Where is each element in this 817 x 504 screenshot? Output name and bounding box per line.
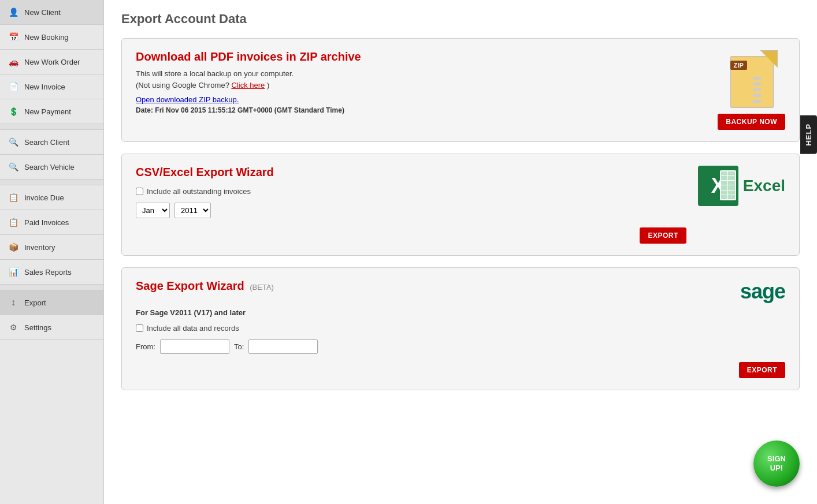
- sidebar-label-new-client: New Client: [24, 8, 61, 17]
- sidebar-label-new-invoice: New Invoice: [24, 83, 65, 91]
- not-chrome-suffix: ): [267, 81, 269, 89]
- excel-logo-wrapper: X Excel: [698, 166, 785, 206]
- to-label: To:: [234, 342, 244, 351]
- sidebar-label-new-work-order: New Work Order: [24, 58, 80, 66]
- sage-logo-text: sage: [740, 279, 785, 303]
- click-here-link[interactable]: Click here: [231, 81, 265, 89]
- search-icon: [7, 136, 20, 148]
- sage-title-block: Sage Export Wizard (BETA): [136, 279, 274, 293]
- signup-label: SIGNUP!: [767, 454, 786, 472]
- sage-export-button-row: EXPORT: [136, 362, 785, 378]
- signup-button[interactable]: SIGNUP!: [753, 440, 800, 487]
- car-icon: [7, 55, 20, 68]
- sidebar-label-settings: Settings: [24, 323, 51, 332]
- sidebar-item-new-payment[interactable]: New Payment: [0, 99, 103, 124]
- inventory-icon: [7, 241, 20, 253]
- include-all-label: Include all data and records: [147, 324, 239, 333]
- include-outstanding-checkbox[interactable]: [136, 188, 143, 195]
- from-input[interactable]: [160, 339, 229, 354]
- main-content: Export Account Data Download all PDF inv…: [104, 0, 817, 504]
- zip-backup-card: Download all PDF invoices in ZIP archive…: [121, 38, 800, 142]
- zip-label: ZIP: [730, 61, 747, 70]
- search-vehicle-icon: [7, 160, 20, 173]
- sidebar-item-new-client[interactable]: New Client: [0, 0, 103, 25]
- sidebar-item-paid-invoices[interactable]: Paid Invoices: [0, 210, 103, 235]
- excel-export-button[interactable]: EXPORT: [640, 227, 686, 244]
- date-select-row: JanFebMarAprMayJunJulAugSepOctNovDec 201…: [136, 203, 686, 218]
- sidebar: New Client New Booking New Work Order Ne…: [0, 0, 104, 504]
- booking-icon: [7, 31, 20, 43]
- zip-date: Date: Fri Nov 06 2015 11:55:12 GMT+0000 …: [136, 106, 706, 114]
- sidebar-item-invoice-due[interactable]: Invoice Due: [0, 185, 103, 210]
- include-outstanding-label: Include all outstanding invoices: [147, 187, 251, 196]
- sidebar-label-inventory: Inventory: [24, 243, 55, 252]
- excel-left: CSV/Excel Export Wizard Include all outs…: [136, 166, 686, 244]
- month-select[interactable]: JanFebMarAprMayJunJulAugSepOctNovDec: [136, 203, 170, 218]
- excel-export-card: CSV/Excel Export Wizard Include all outs…: [121, 154, 800, 256]
- sidebar-label-search-vehicle: Search Vehicle: [24, 163, 75, 171]
- excel-logo-icon: X: [698, 166, 738, 206]
- sidebar-item-sales-reports[interactable]: Sales Reports: [0, 260, 103, 285]
- sidebar-label-new-payment: New Payment: [24, 107, 71, 116]
- excel-right: X Excel: [698, 166, 785, 206]
- paid-icon: [7, 216, 20, 229]
- sidebar-item-inventory[interactable]: Inventory: [0, 235, 103, 260]
- sidebar-item-search-vehicle[interactable]: Search Vehicle: [0, 155, 103, 180]
- zip-backup-not-chrome: (Not using Google Chrome? Click here ): [136, 81, 706, 89]
- sage-export-title: Sage Export Wizard: [136, 279, 244, 292]
- sidebar-label-paid-invoices: Paid Invoices: [24, 218, 69, 227]
- year-select[interactable]: 201120122013201420152016: [174, 203, 211, 218]
- sidebar-item-search-client[interactable]: Search Client: [0, 130, 103, 155]
- zip-backup-title: Download all PDF invoices in ZIP archive: [136, 50, 706, 64]
- backup-now-button[interactable]: BACKUP NOW: [718, 114, 785, 130]
- include-all-checkbox[interactable]: [136, 324, 143, 332]
- sage-export-button[interactable]: EXPORT: [739, 362, 785, 378]
- include-outstanding-row: Include all outstanding invoices: [136, 187, 686, 196]
- person-icon: [7, 6, 20, 18]
- sidebar-item-new-invoice[interactable]: New Invoice: [0, 74, 103, 99]
- open-zip-link[interactable]: Open downloaded ZIP backup.: [136, 95, 706, 104]
- from-to-row: From: To:: [136, 339, 785, 354]
- excel-label: Excel: [743, 177, 785, 195]
- sidebar-item-export[interactable]: Export: [0, 290, 103, 315]
- zip-backup-left: Download all PDF invoices in ZIP archive…: [136, 50, 706, 114]
- settings-icon: [7, 321, 20, 334]
- sidebar-item-settings[interactable]: Settings: [0, 315, 103, 340]
- from-label: From:: [136, 342, 155, 351]
- include-all-row: Include all data and records: [136, 324, 785, 333]
- help-tab[interactable]: HELP: [800, 115, 817, 154]
- sage-subtitle: For Sage V2011 (V17) and later: [136, 308, 785, 317]
- not-chrome-prefix: (Not using Google Chrome?: [136, 81, 229, 89]
- zip-backup-description: This will store a local backup on your c…: [136, 69, 706, 78]
- sidebar-label-invoice-due: Invoice Due: [24, 193, 64, 202]
- zip-zipper: [753, 77, 761, 104]
- sage-header: Sage Export Wizard (BETA) sage: [136, 279, 785, 304]
- to-input[interactable]: [248, 339, 318, 354]
- invoice-icon: [7, 80, 20, 93]
- sage-logo: sage: [740, 279, 785, 304]
- export-icon: [7, 296, 20, 309]
- payment-icon: [7, 105, 20, 118]
- sales-icon: [7, 266, 20, 278]
- sage-export-card: Sage Export Wizard (BETA) sage For Sage …: [121, 267, 800, 390]
- sidebar-label-new-booking: New Booking: [24, 33, 69, 42]
- export-button-row: EXPORT: [136, 227, 686, 244]
- page-title: Export Account Data: [121, 12, 800, 27]
- sidebar-item-new-work-order[interactable]: New Work Order: [0, 50, 103, 74]
- excel-card-inner: CSV/Excel Export Wizard Include all outs…: [136, 166, 785, 244]
- sidebar-item-new-booking[interactable]: New Booking: [0, 25, 103, 50]
- excel-grid-icon: [720, 170, 736, 200]
- sidebar-label-search-client: Search Client: [24, 138, 69, 147]
- sage-beta-label: (BETA): [250, 283, 274, 292]
- zip-backup-right: ZIP BACKUP NOW: [718, 50, 785, 130]
- excel-export-title: CSV/Excel Export Wizard: [136, 166, 686, 179]
- due-icon: [7, 191, 20, 204]
- sidebar-label-export: Export: [24, 298, 46, 307]
- zip-file-icon: ZIP: [726, 50, 778, 108]
- sidebar-label-sales-reports: Sales Reports: [24, 268, 72, 277]
